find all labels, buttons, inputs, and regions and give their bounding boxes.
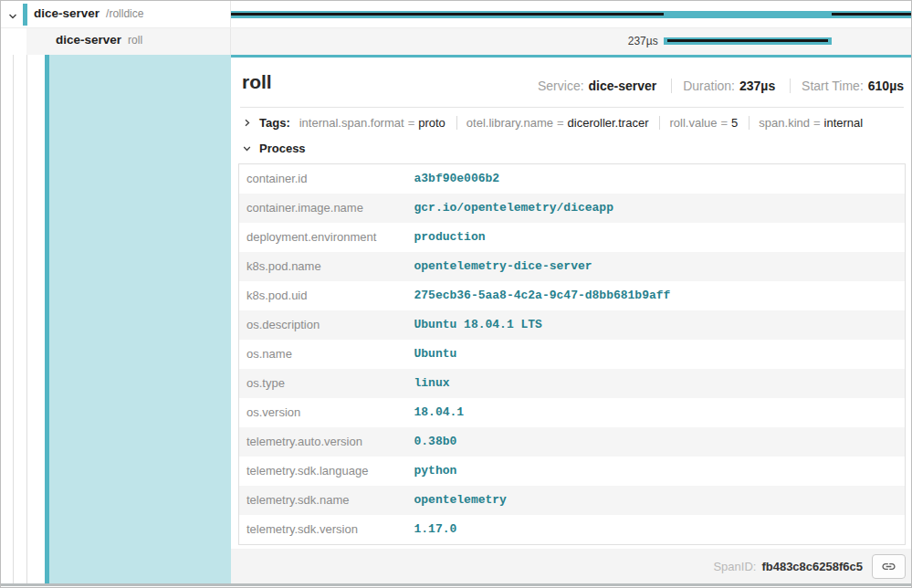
kv-value: a3bf90e006b2: [407, 164, 906, 194]
process-kv-row: telemetry.auto.version 0.38b0: [239, 427, 906, 457]
process-kv-row: container.image.name gcr.io/opentelemetr…: [239, 194, 906, 223]
tag-item: otel.library.name=diceroller.tracer: [466, 116, 661, 130]
process-kv-row: os.name Ubuntu: [239, 340, 906, 369]
kv-key: telemetry.sdk.version: [239, 515, 407, 545]
timeline-row-root: [231, 1, 911, 27]
indent-guide: [26, 28, 27, 583]
overview-label: Service:: [538, 79, 584, 93]
tag-item: roll.value=5: [669, 116, 750, 130]
kv-value: linux: [407, 369, 906, 398]
kv-value: python: [407, 457, 906, 486]
tags-summary: internal.span.format=protootel.library.n…: [299, 116, 884, 130]
overview-item: Service:dice-server: [538, 79, 656, 93]
kv-value: gcr.io/opentelemetry/diceapp: [407, 194, 906, 223]
root-span-bar[interactable]: [231, 11, 911, 18]
process-kv-row: telemetry.sdk.name opentelemetry: [239, 486, 906, 515]
kv-value: Ubuntu: [407, 340, 906, 369]
span-name-column: dice-server/rolldice: [1, 1, 231, 27]
tag-equals: =: [557, 116, 564, 130]
kv-value: opentelemetry: [407, 486, 906, 515]
span-detail-footer: SpanID: fb483c8c6258f6c5: [231, 549, 912, 583]
kv-key: telemetry.sdk.language: [239, 457, 407, 486]
span-duration-label: 237µs: [628, 35, 664, 47]
kv-key: container.image.name: [239, 194, 407, 223]
span-title: roll: [242, 71, 272, 93]
span-bar-line: [667, 39, 829, 42]
process-kv-row: os.type linux: [239, 369, 906, 398]
overview-item: Duration:237µs: [671, 79, 775, 93]
process-kv-row: os.version 18.04.1: [239, 398, 906, 427]
process-kv-row: telemetry.sdk.version 1.17.0: [239, 515, 906, 545]
process-kv-row: k8s.pod.name opentelemetry-dice-server: [239, 252, 906, 281]
overview-value: dice-server: [589, 79, 657, 93]
process-kv-row: deployment.environment production: [239, 223, 906, 252]
kv-key: os.description: [239, 310, 407, 340]
overview-label: Duration:: [683, 79, 735, 93]
deep-link-button[interactable]: [872, 554, 906, 579]
span-self-time-segment: [832, 13, 911, 16]
tag-value: internal: [824, 116, 864, 130]
trace-detail-page: dice-server/rolldice dice-serverroll 237…: [0, 0, 912, 588]
span-rows: dice-server/rolldice dice-serverroll 237…: [1, 1, 911, 55]
header-divider: [240, 107, 904, 108]
tags-accordion[interactable]: Tags:internal.span.format=protootel.libr…: [242, 116, 904, 130]
span-self-time-segment: [231, 13, 664, 16]
kv-value: 1.17.0: [407, 515, 906, 545]
chevron-down-icon: [242, 142, 252, 152]
tag-equals: =: [408, 116, 415, 130]
service-name-text: dice-server: [34, 6, 100, 20]
kv-key: container.id: [239, 164, 407, 194]
kv-key: deployment.environment: [239, 223, 407, 252]
tag-item: span.kind=internal: [759, 116, 874, 130]
kv-key: k8s.pod.name: [239, 252, 407, 281]
span-detail-panel: roll Service:dice-server Duration:237µs …: [231, 55, 912, 583]
overview-value: 237µs: [739, 79, 775, 93]
span-overview: Service:dice-server Duration:237µs Start…: [538, 79, 904, 93]
span-row-root[interactable]: dice-server/rolldice: [1, 1, 911, 28]
kv-key: os.version: [239, 398, 407, 427]
tag-key: roll.value: [669, 116, 717, 130]
process-kv-row: telemetry.sdk.language python: [239, 457, 906, 486]
indent-guide: [13, 28, 14, 583]
service-name: dice-serverroll: [56, 33, 142, 47]
selected-span-highlight: [49, 55, 231, 583]
detail-row-bottom-border: [1, 583, 911, 586]
operation-name: roll: [128, 34, 142, 47]
span-name-column: dice-serverroll: [1, 28, 231, 55]
service-name-text: dice-server: [56, 33, 121, 47]
link-icon: [881, 559, 896, 574]
kv-value: 0.38b0: [407, 427, 906, 457]
tag-key: internal.span.format: [299, 116, 404, 130]
tags-label: Tags:: [259, 116, 290, 130]
service-name: dice-server/rolldice: [34, 6, 143, 20]
tag-key: otel.library.name: [466, 116, 553, 130]
operation-name: /rolldice: [106, 7, 143, 20]
tag-value: 5: [731, 116, 738, 130]
span-row-child[interactable]: dice-serverroll 237µs: [1, 28, 911, 55]
kv-key: k8s.pod.uid: [239, 281, 407, 310]
child-span-bar[interactable]: [664, 37, 833, 45]
overview-label: Start Time:: [802, 79, 864, 93]
kv-value: opentelemetry-dice-server: [407, 252, 906, 281]
chevron-down-icon[interactable]: [7, 9, 18, 20]
process-accordion[interactable]: Process: [242, 142, 306, 155]
kv-value: Ubuntu 18.04.1 LTS: [407, 310, 906, 340]
tag-equals: =: [721, 116, 729, 130]
process-kv-row: os.description Ubuntu 18.04.1 LTS: [239, 310, 906, 340]
process-kv-row: container.id a3bf90e006b2: [239, 164, 906, 194]
process-kv-row: k8s.pod.uid 275ecb36-5aa8-4c2a-9c47-d8bb…: [239, 281, 906, 310]
kv-key: telemetry.sdk.name: [239, 486, 407, 515]
timeline-row-child: 237µs: [231, 28, 911, 55]
kv-key: os.type: [239, 369, 407, 398]
kv-key: telemetry.auto.version: [239, 427, 407, 457]
tag-equals: =: [813, 116, 821, 130]
kv-value: production: [407, 223, 906, 252]
chevron-right-icon: [242, 117, 252, 127]
kv-value: 18.04.1: [407, 398, 906, 427]
tag-item: internal.span.format=proto: [299, 116, 457, 130]
overview-item: Start Time:610µs: [790, 79, 904, 93]
span-color-bar: [23, 4, 27, 26]
tag-value: proto: [418, 116, 446, 130]
process-label: Process: [259, 142, 306, 155]
duration-text: 237µs: [628, 35, 658, 47]
